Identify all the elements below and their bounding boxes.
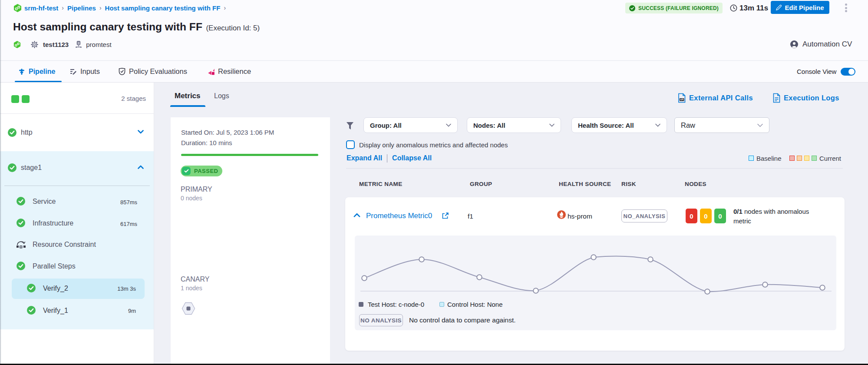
svg-text:API: API (680, 99, 683, 101)
